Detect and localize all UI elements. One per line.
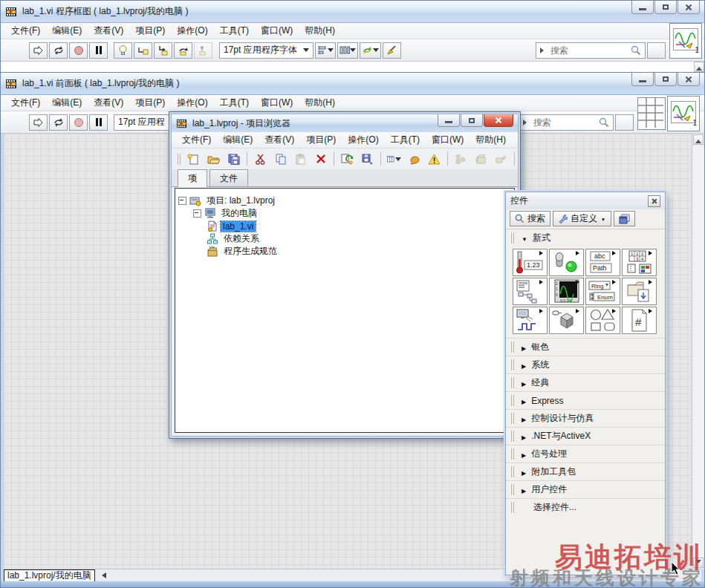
palette-cell-decorations[interactable] <box>585 307 620 334</box>
close-button[interactable] <box>678 1 700 14</box>
search-input[interactable] <box>532 117 597 128</box>
save-all-button[interactable] <box>224 151 243 167</box>
project-tree[interactable]: 项目: lab_1.lvproj 我的电脑 lab_1.vi 依赖关系 <box>175 188 515 433</box>
abort-button[interactable] <box>69 114 88 131</box>
palette-cell-array-cluster[interactable]: 11234 <box>622 249 657 276</box>
category-system[interactable]: 系统 <box>506 356 665 373</box>
resolve-conflicts-button[interactable] <box>405 151 423 167</box>
search-scope-icon[interactable] <box>523 120 530 125</box>
scroll-down-button[interactable] <box>693 558 704 568</box>
connector-pane-badge[interactable] <box>637 97 666 130</box>
distribute-objects-button[interactable] <box>337 42 358 59</box>
collapse-icon[interactable] <box>193 209 201 218</box>
vertical-scrollbar[interactable] <box>692 134 704 569</box>
paste-button[interactable] <box>291 151 310 167</box>
cleanup-diagram-button[interactable] <box>383 42 401 59</box>
run-deployed-button[interactable] <box>492 151 510 167</box>
copy-button[interactable] <box>271 151 290 167</box>
step-over-button[interactable] <box>174 42 192 59</box>
palette-close-button[interactable] <box>648 195 660 207</box>
build-button[interactable] <box>452 151 470 167</box>
menu-tools[interactable]: 工具(T) <box>214 95 255 111</box>
minimize-button[interactable] <box>631 1 654 14</box>
palette-cell-refnum[interactable]: # <box>622 307 657 334</box>
menu-window[interactable]: 窗口(W) <box>255 95 299 111</box>
run-button[interactable] <box>29 42 48 59</box>
menu-tools[interactable]: 工具(T) <box>214 23 255 39</box>
palette-cell-string-path[interactable]: abcPath <box>585 249 620 276</box>
tab-files[interactable]: 文件 <box>209 169 248 186</box>
category-express[interactable]: Express <box>506 391 665 409</box>
menu-project[interactable]: 项目(P) <box>300 132 342 148</box>
palette-cell-io[interactable] <box>513 307 548 334</box>
menu-window[interactable]: 窗口(W) <box>255 23 299 39</box>
tree-row-dependencies[interactable]: 依赖关系 <box>178 232 511 245</box>
collapse-icon[interactable] <box>178 197 186 205</box>
step-into-button[interactable] <box>154 42 172 59</box>
palette-cell-variant-class[interactable] <box>549 307 584 334</box>
palette-pin-button[interactable] <box>614 211 635 226</box>
new-vi-button[interactable] <box>184 151 203 167</box>
tree-row-my-computer[interactable]: 我的电脑 <box>178 207 511 220</box>
block-diagram-canvas[interactable] <box>1 62 704 73</box>
palette-cell-boolean[interactable] <box>549 249 584 276</box>
delete-button[interactable] <box>311 151 330 167</box>
run-continuous-button[interactable] <box>49 42 68 59</box>
category-signal-processing[interactable]: 信号处理 <box>506 445 665 463</box>
font-selector[interactable]: 17pt 应用程序字体 <box>219 42 313 59</box>
cut-button[interactable] <box>251 151 270 167</box>
category-classic[interactable]: 经典 <box>506 373 665 391</box>
block-diagram-titlebar[interactable]: lab_1.vi 程序框图 ( lab_1.lvproj/我的电脑 ) <box>1 1 704 23</box>
tab-items[interactable]: 项 <box>178 169 207 187</box>
refresh-hierarchy-button[interactable] <box>338 151 357 167</box>
deploy-button[interactable] <box>472 151 490 167</box>
category-control-design[interactable]: 控制设计与仿真 <box>506 409 665 427</box>
close-button[interactable] <box>484 114 513 127</box>
category-silver[interactable]: 银色 <box>506 338 665 356</box>
abort-button[interactable] <box>69 42 88 59</box>
palette-cell-ring-enum[interactable]: RingEnum <box>585 278 620 305</box>
menu-window[interactable]: 窗口(W) <box>426 132 470 148</box>
context-help-button[interactable] <box>647 42 666 59</box>
search-box[interactable] <box>536 42 646 59</box>
vi-icon-badge[interactable]: 1 <box>669 23 702 59</box>
category-user-controls[interactable]: 用户控件 <box>506 480 665 498</box>
project-titlebar[interactable]: lab_1.lvproj - 项目浏览器 <box>172 114 518 132</box>
minimize-button[interactable] <box>631 73 654 86</box>
warning-button[interactable] <box>425 151 444 167</box>
view-columns-button[interactable] <box>385 151 403 167</box>
menu-operate[interactable]: 操作(O) <box>342 132 384 148</box>
menu-operate[interactable]: 操作(O) <box>171 95 213 111</box>
menu-view[interactable]: 查看(V) <box>259 132 300 148</box>
maximize-button[interactable] <box>654 73 677 86</box>
palette-cell-containers[interactable] <box>622 278 657 305</box>
step-out-button[interactable] <box>194 42 212 59</box>
context-help-button[interactable] <box>615 114 634 131</box>
maximize-button[interactable] <box>654 1 677 14</box>
tree-row-project[interactable]: 项目: lab_1.lvproj <box>178 195 511 207</box>
palette-search-button[interactable]: 搜索 <box>510 211 550 226</box>
menu-operate[interactable]: 操作(O) <box>171 23 213 39</box>
menu-tools[interactable]: 工具(T) <box>385 132 426 148</box>
menu-project[interactable]: 项目(P) <box>129 23 171 39</box>
category-dotnet-activex[interactable]: .NET与ActiveX <box>506 427 665 445</box>
close-button[interactable] <box>678 73 700 86</box>
menu-edit[interactable]: 编辑(E) <box>46 23 88 39</box>
search-box[interactable] <box>519 114 614 131</box>
palette-customize-button[interactable]: 自定义 <box>553 211 611 226</box>
menu-help[interactable]: 帮助(H) <box>299 95 341 111</box>
maximize-button[interactable] <box>461 114 483 127</box>
bd-scroll-up-button[interactable] <box>694 62 704 72</box>
tree-row-vi[interactable]: lab_1.vi <box>178 220 511 232</box>
select-a-control-item[interactable]: 选择控件... <box>506 498 665 516</box>
pause-button[interactable] <box>89 114 108 131</box>
menu-edit[interactable]: 编辑(E) <box>217 132 259 148</box>
search-scope-icon[interactable] <box>540 48 547 53</box>
menu-file[interactable]: 文件(F) <box>5 23 46 39</box>
retain-wire-values-button[interactable] <box>134 42 152 59</box>
align-objects-button[interactable] <box>315 42 336 59</box>
category-modern[interactable]: 新式 <box>506 229 665 246</box>
vi-icon-badge[interactable]: 1 <box>667 96 700 131</box>
menu-project[interactable]: 项目(P) <box>129 95 171 111</box>
palette-cell-graph[interactable]: 2100.0 1.0 <box>549 278 584 305</box>
